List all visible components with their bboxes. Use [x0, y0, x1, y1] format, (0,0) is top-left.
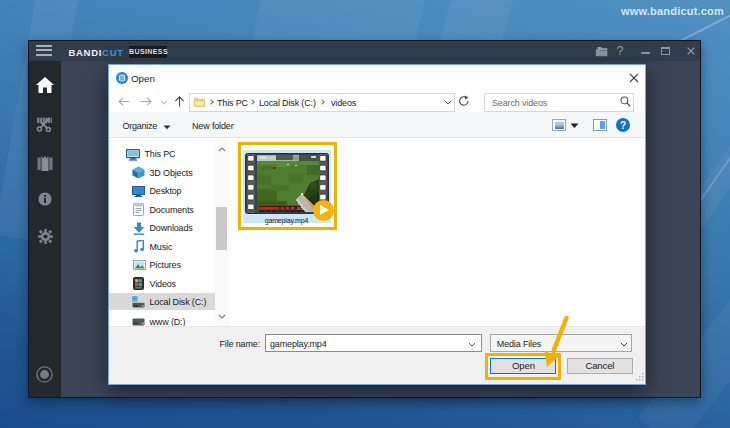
svg-text:?: ? — [620, 120, 626, 131]
